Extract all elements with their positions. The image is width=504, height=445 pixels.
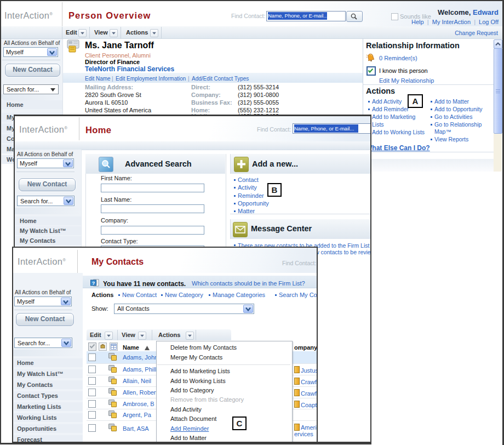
svg-text:?: ? [92,281,95,286]
